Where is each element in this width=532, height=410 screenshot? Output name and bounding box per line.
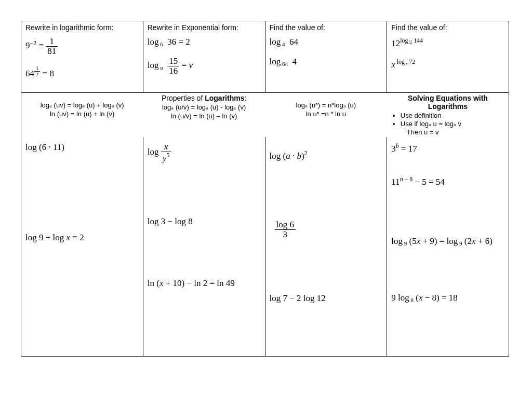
solve-bullets: Use definition Use if logₐ u = logₐ v [401, 112, 504, 128]
bullet-eq: Use if logₐ u = logₐ v [401, 120, 504, 128]
cell-pr3: log (a · b)2 log 63 log 7 − 2 log 12 [265, 137, 387, 357]
cell-pr4: 3b = 17 11n − 8 − 5 = 54 log 9 (5x + 9) … [387, 137, 509, 357]
eq-log4-64: log 4 64 [270, 37, 383, 47]
hdr-find1: Find the value of: [270, 23, 383, 32]
eq-logu-1516: log u 1516 = v [148, 57, 261, 76]
eq-log64-4: log 64 4 [270, 57, 383, 67]
bullet-def: Use definition [401, 112, 504, 119]
pr-log7-2log12: log 7 − 2 log 12 [270, 293, 383, 304]
pr-log9logx: log 9 + log x = 2 [25, 233, 139, 243]
prop-power-ln: ln uⁿ =n * ln u [269, 110, 383, 118]
eq-9neg2: 9−2 = 181 [25, 37, 139, 56]
cell-prop2: Properties of Logarithms: document.query… [143, 92, 265, 137]
bullet-then: Then u = v [407, 128, 504, 136]
pr-log6over3: log 63 [275, 220, 383, 239]
hdr-exp-form: Rewrite in Exponential form: [148, 23, 261, 32]
cell-prop1: logₐ (uv) = logₐ (u) + logₐ (v) ln (uv) … [21, 92, 143, 137]
pr-log-ab2: log (a · b)2 [270, 149, 383, 161]
prop-product: logₐ (uv) = logₐ (u) + logₐ (v) [25, 101, 139, 109]
cell-r1c2: Rewrite in Exponential form: log 6 36 = … [143, 21, 265, 93]
eq-xlogx72: x log x 72 [391, 58, 504, 70]
prop-product-ln: ln (uv) = ln (u) + ln (v) [25, 110, 139, 118]
pr-log9-5x9: log 9 (5x + 9) = log 9 (2x + 6) [391, 236, 504, 247]
eq-64half: 6412 = 8 [25, 65, 139, 79]
worksheet-table: Rewrite in logarithmic form: 9−2 = 181 6… [21, 21, 509, 357]
eq-12log12: 12log12 144 [391, 37, 504, 49]
cell-solve: Solving Equations with Logarithms Use de… [387, 92, 509, 137]
cell-pr1: log (6 · 11) log 9 + log x = 2 [21, 137, 143, 357]
props-title: Properties of Logarithms: [147, 94, 261, 102]
prop-power: logₐ (uⁿ) = n*logₐ (u) [269, 101, 383, 109]
hdr-log-form: Rewrite in logarithmic form: [25, 23, 139, 32]
cell-r1c4: Find the value of: 12log12 144 x log x 7… [387, 21, 509, 93]
pr-log6x11: log (6 · 11) [25, 142, 139, 153]
solve-title: Solving Equations with Logarithms [391, 94, 504, 111]
hdr-find2: Find the value of: [391, 23, 504, 32]
pr-lnx10: ln (x + 10) − ln 2 = ln 49 [148, 278, 261, 289]
pr-9log8: 9 log 8 (x − 8) = 18 [391, 293, 504, 303]
pr-log3-log8: log 3 − log 8 [148, 216, 261, 227]
pr-11n8: 11n − 8 − 5 = 54 [391, 175, 504, 187]
cell-r1c3: Find the value of: log 4 64 log 64 4 [265, 21, 387, 93]
prop-quotient-ln: ln (u/v) = ln (u) – ln (v) [147, 112, 261, 120]
prop-quotient: logₐ (u/v) = logₐ (u) - logₐ (v) [147, 103, 261, 111]
pr-log-x-y5: log xy5 [148, 142, 261, 162]
eq-log6-36: log 6 36 = 2 [148, 37, 261, 47]
cell-prop3: logₐ (uⁿ) = n*logₐ (u) ln uⁿ =n * ln u [265, 92, 387, 137]
cell-r1c1: Rewrite in logarithmic form: 9−2 = 181 6… [21, 21, 143, 93]
cell-pr2: log xy5 log 3 − log 8 ln (x + 10) − ln 2… [143, 137, 265, 357]
pr-3b17: 3b = 17 [391, 142, 504, 154]
